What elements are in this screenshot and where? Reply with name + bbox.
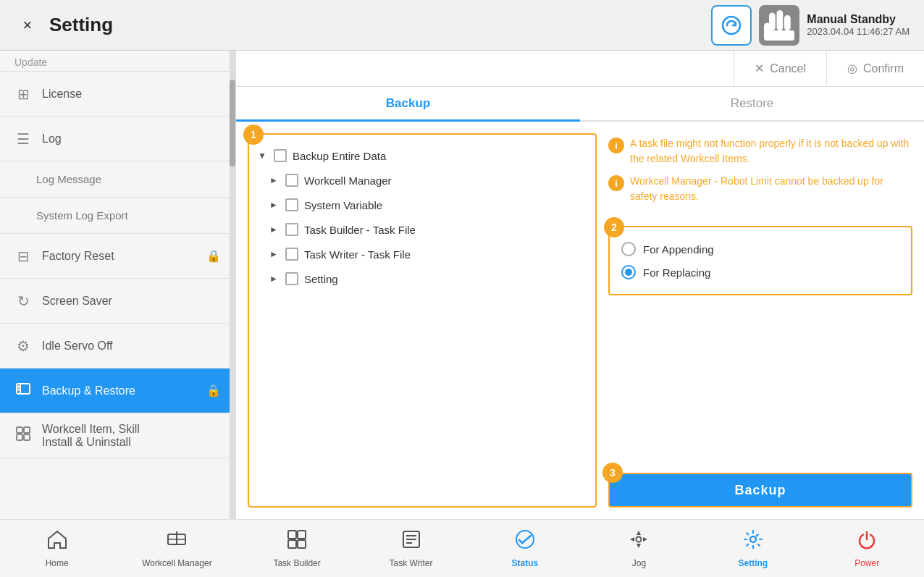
backup-restore-icon	[14, 381, 32, 400]
page-title: Setting	[49, 14, 113, 36]
header: × Setting Manual Standby 2023.04.04 11:4…	[0, 0, 924, 51]
tree-root-label: Backup Entire Data	[293, 150, 386, 162]
home-icon	[46, 528, 68, 555]
radio-replacing[interactable]	[621, 265, 636, 279]
tree-checkbox-2[interactable]	[285, 198, 298, 211]
tree-item-task-writer: ► Task Writer - Task File	[255, 242, 589, 266]
tree-item-arrow-2: ►	[269, 200, 280, 210]
tree-root-checkbox[interactable]	[274, 149, 287, 162]
status-icon-button[interactable]	[711, 5, 752, 46]
nav-item-workcell-manager[interactable]: Workcell Manager	[142, 528, 211, 568]
tree-item-arrow-5: ►	[269, 274, 280, 284]
backup-tab-label: Backup	[386, 96, 430, 111]
sidebar-item-backup-restore[interactable]: Backup & Restore 🔒	[0, 368, 235, 413]
tree-checkbox-5[interactable]	[285, 272, 298, 285]
screen-saver-icon: ↻	[14, 292, 32, 310]
sidebar-scrollbar-thumb[interactable]	[230, 80, 235, 167]
svg-rect-20	[288, 540, 296, 548]
sidebar-item-system-log-export[interactable]: System Log Export	[0, 198, 235, 234]
tree-item-arrow-4: ►	[269, 249, 280, 259]
nav-item-task-writer[interactable]: Task Writer	[382, 528, 440, 568]
tree-item-arrow-1: ►	[269, 175, 280, 185]
backup-step-badge: 3	[602, 463, 623, 483]
svg-marker-29	[630, 537, 634, 542]
hand-icon	[759, 5, 799, 46]
factory-reset-lock-icon: 🔒	[206, 249, 221, 263]
screen-saver-label: Screen Saver	[42, 295, 112, 308]
nav-item-task-builder[interactable]: Task Builder	[268, 528, 326, 568]
standby-icon-button[interactable]	[759, 5, 799, 46]
radio-row-replacing[interactable]: For Replacing	[621, 261, 899, 284]
sidebar-item-idle-servo-off[interactable]: ⚙ Idle Servo Off	[0, 324, 235, 368]
factory-reset-icon: ⊟	[14, 248, 32, 265]
tab-backup[interactable]: Backup	[236, 87, 580, 122]
sidebar-item-log-message[interactable]: Log Message	[0, 161, 235, 198]
workcell-manager-nav-label: Workcell Manager	[142, 558, 211, 568]
status-nav-icon	[514, 528, 536, 555]
svg-rect-5	[764, 30, 794, 41]
radio-appending[interactable]	[621, 242, 636, 256]
sidebar-item-license[interactable]: ⊞ License	[0, 72, 235, 117]
nav-item-power[interactable]: Power	[838, 528, 896, 568]
standby-time: 2023.04.04 11:46:27 AM	[807, 26, 910, 37]
tree-checkbox-3[interactable]	[285, 223, 298, 236]
tab-restore[interactable]: Restore	[580, 87, 924, 122]
nav-item-jog[interactable]: Jog	[610, 528, 668, 568]
backup-button[interactable]: Backup	[608, 473, 912, 507]
tabs: Backup Restore	[236, 87, 924, 122]
svg-point-0	[723, 17, 740, 34]
factory-reset-label: Factory Reset	[42, 250, 114, 263]
sidebar-item-factory-reset[interactable]: ⊟ Factory Reset 🔒	[0, 234, 235, 279]
workcell-item-label: Workcell Item, Skill	[42, 423, 140, 436]
confirm-icon: ◎	[847, 62, 857, 75]
restore-tab-label: Restore	[731, 96, 774, 111]
backup-button-wrapper: 3 Backup	[608, 473, 912, 507]
radio-replacing-label: For Replacing	[643, 266, 710, 279]
sidebar-item-workcell-item[interactable]: Workcell Item, Skill Install & Uninstall	[0, 413, 235, 458]
task-builder-nav-label: Task Builder	[273, 558, 320, 568]
tree-item-setting: ► Setting	[255, 266, 589, 291]
info-icon-1: i	[608, 138, 624, 153]
svg-rect-13	[24, 434, 30, 440]
confirm-label: Confirm	[863, 62, 904, 75]
svg-point-8	[17, 386, 20, 388]
info-icon-2: i	[608, 175, 624, 191]
system-log-export-label: System Log Export	[36, 209, 128, 222]
option-box: 2 For Appending For Replacing	[608, 226, 912, 295]
tree-checkbox-4[interactable]	[285, 248, 298, 261]
tree-item-workcell-manager: ► Workcell Manager	[255, 168, 589, 193]
tree-label-2: System Variable	[304, 199, 382, 211]
license-label: License	[42, 88, 82, 101]
sidebar-scrollbar-track	[230, 51, 235, 519]
close-button[interactable]: ×	[14, 12, 41, 38]
right-panel: i A task file might not function properl…	[608, 133, 912, 507]
setting-nav-label: Setting	[738, 558, 768, 568]
idle-servo-off-icon: ⚙	[14, 337, 32, 355]
svg-rect-21	[298, 540, 306, 548]
cancel-label: Cancel	[770, 62, 806, 75]
idle-servo-off-label: Idle Servo Off	[42, 340, 113, 353]
radio-appending-label: For Appending	[643, 243, 714, 256]
jog-nav-label: Jog	[632, 558, 646, 568]
radio-row-appending[interactable]: For Appending	[621, 237, 899, 261]
tree-item-arrow-3: ►	[269, 224, 280, 235]
task-builder-nav-icon	[286, 528, 308, 555]
tree-label-4: Task Writer - Task File	[304, 248, 411, 261]
tree-label-5: Setting	[304, 273, 338, 285]
sidebar-item-screen-saver[interactable]: ↻ Screen Saver	[0, 279, 235, 324]
info-row-1: i A task file might not function properl…	[608, 136, 912, 167]
nav-item-home[interactable]: Home	[28, 528, 86, 568]
svg-rect-3	[784, 15, 791, 30]
tree-label-1: Workcell Manager	[304, 174, 392, 187]
setting-nav-icon	[742, 528, 764, 555]
confirm-button[interactable]: ◎ Confirm	[826, 51, 924, 87]
tree-checkbox-1[interactable]	[285, 174, 298, 187]
header-left: × Setting	[14, 12, 711, 38]
tree-root-arrow: ▼	[258, 151, 268, 161]
nav-item-setting[interactable]: Setting	[724, 528, 782, 568]
sidebar-item-log[interactable]: ☰ Log	[0, 117, 235, 161]
tree-label-3: Task Builder - Task File	[304, 224, 416, 236]
cancel-button[interactable]: ✕ Cancel	[734, 51, 826, 87]
nav-item-status[interactable]: Status	[496, 528, 554, 568]
log-message-label: Log Message	[36, 173, 101, 185]
